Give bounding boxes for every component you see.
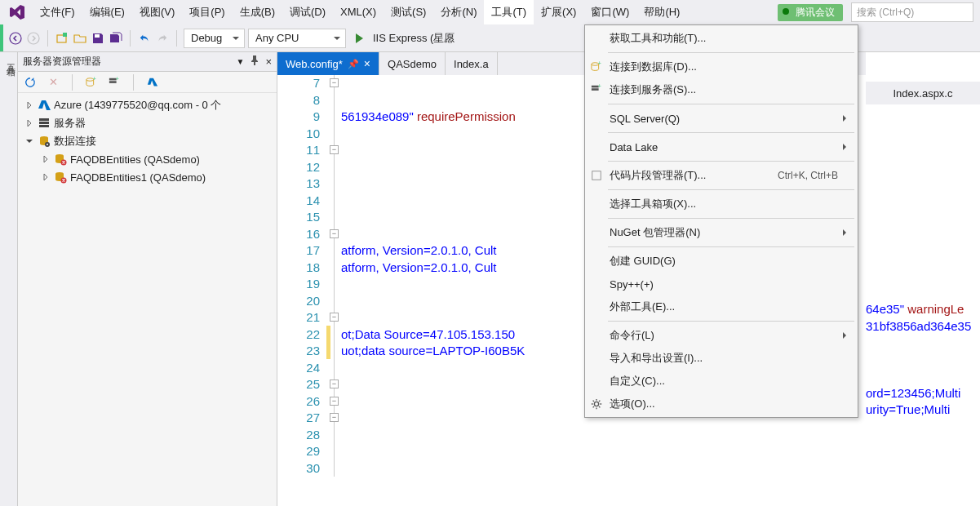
explorer-tree: Azure (1439775520@qq.com - 0 个服务器数据连接FAQ… — [18, 93, 277, 506]
open-icon[interactable] — [73, 31, 87, 46]
fold-icon[interactable]: − — [330, 145, 339, 154]
pin-icon[interactable] — [251, 55, 259, 68]
fold-icon[interactable]: − — [330, 78, 339, 87]
menu-item-9[interactable]: 工具(T) — [484, 0, 534, 24]
refresh-icon[interactable] — [23, 75, 38, 90]
tab-label: Index.a — [454, 58, 489, 70]
panel-dropdown-icon[interactable]: ▼ — [237, 57, 245, 66]
forward-icon[interactable] — [26, 31, 41, 46]
menu-item[interactable]: 外部工具(E)... — [585, 295, 858, 318]
run-label: IIS Express (星愿 — [373, 31, 455, 46]
menu-item-10[interactable]: 扩展(X) — [534, 0, 583, 24]
fold-icon[interactable]: − — [330, 229, 339, 238]
menu-item-1[interactable]: 编辑(E) — [82, 0, 132, 24]
menu-item-5[interactable]: 调试(D) — [282, 0, 333, 24]
menu-label: 代码片段管理器(T)... — [610, 168, 706, 183]
expand-icon[interactable] — [24, 118, 34, 128]
connect-server-icon[interactable]: + — [107, 75, 122, 90]
close-icon[interactable]: × — [364, 58, 370, 69]
svg-point-1 — [28, 33, 39, 44]
menu-item[interactable]: 代码片段管理器(T)...Ctrl+K, Ctrl+B — [585, 164, 858, 187]
expand-icon[interactable] — [24, 136, 34, 146]
menu-item[interactable]: 导入和导出设置(I)... — [585, 347, 858, 370]
fold-icon[interactable]: − — [330, 413, 339, 422]
menu-item[interactable]: 选项(O)... — [585, 393, 858, 415]
menu-item[interactable]: 命令行(L) — [585, 324, 858, 347]
tree-row[interactable]: FAQDBEntities1 (QASdemo) — [18, 168, 277, 186]
right-editor-sliver: Index.aspx.c 64e35" warningLe31bf3856ad3… — [866, 52, 980, 506]
tree-row[interactable]: Azure (1439775520@qq.com - 0 个 — [18, 96, 277, 114]
fold-icon[interactable]: − — [330, 397, 339, 406]
new-project-icon[interactable] — [55, 31, 69, 46]
search-input[interactable]: 搜索 (Ctrl+Q) — [851, 2, 973, 22]
editor-tab[interactable]: Web.config*📌× — [277, 52, 379, 75]
menu-separator — [608, 104, 854, 104]
expand-icon[interactable] — [41, 154, 51, 164]
menu-item-7[interactable]: 测试(S) — [384, 0, 433, 24]
db-err-icon — [54, 153, 67, 166]
menu-label: 连接到数据库(D)... — [610, 60, 697, 74]
menu-item[interactable]: Spy++(+) — [585, 273, 858, 295]
menu-item-6[interactable]: XML(X) — [333, 0, 384, 24]
menu-item-0[interactable]: 文件(F) — [33, 0, 82, 24]
toolbox-rail[interactable]: 工具箱 — [0, 52, 18, 506]
fold-column: −−−−−−− — [328, 75, 341, 506]
stop-icon[interactable]: ✕ — [46, 75, 60, 90]
save-all-icon[interactable] — [109, 31, 123, 46]
svg-rect-3 — [63, 33, 67, 37]
svg-rect-24 — [592, 171, 601, 180]
menu-item[interactable]: 创建 GUID(G) — [585, 250, 858, 273]
fold-icon[interactable]: − — [330, 380, 339, 388]
undo-icon[interactable] — [137, 31, 152, 46]
menu-item-8[interactable]: 分析(N) — [433, 0, 484, 24]
save-icon[interactable] — [91, 31, 105, 46]
expand-icon[interactable] — [41, 172, 51, 182]
tree-label: FAQDBEntities (QASdemo) — [70, 153, 200, 166]
menu-item[interactable]: NuGet 包管理器(N) — [585, 221, 858, 244]
menu-separator — [608, 161, 854, 162]
svg-text:+: + — [116, 77, 119, 82]
menu-item-4[interactable]: 生成(B) — [233, 0, 282, 24]
azure-icon[interactable] — [145, 75, 160, 90]
menu-item[interactable]: 获取工具和功能(T)... — [585, 27, 858, 50]
menu-item[interactable]: 选择工具箱项(X)... — [585, 193, 858, 215]
platform-combo[interactable]: Any CPU — [248, 29, 346, 48]
menu-item[interactable]: +连接到服务器(S)... — [585, 78, 858, 101]
right-tab[interactable]: Index.aspx.c — [866, 82, 980, 104]
shortcut: Ctrl+K, Ctrl+B — [778, 170, 838, 181]
menu-item[interactable]: 自定义(C)... — [585, 370, 858, 393]
meeting-badge[interactable]: 腾讯会议 — [778, 4, 843, 21]
menu-item-2[interactable]: 视图(V) — [132, 0, 182, 24]
menu-item-11[interactable]: 窗口(W) — [583, 0, 636, 24]
menu-label: 选项(O)... — [610, 397, 655, 411]
redo-icon[interactable] — [155, 31, 170, 46]
tree-row[interactable]: 服务器 — [18, 114, 277, 132]
tree-row[interactable]: 数据连接 — [18, 132, 277, 150]
menu-label: 连接到服务器(S)... — [610, 82, 696, 97]
config-combo[interactable]: Debug — [184, 29, 245, 48]
panel-title: 服务器资源管理器 — [23, 55, 101, 69]
svg-rect-12 — [39, 125, 49, 127]
svg-point-0 — [10, 33, 21, 44]
close-icon[interactable]: × — [265, 55, 272, 68]
svg-rect-4 — [95, 34, 100, 38]
vs-logo-icon — [8, 3, 26, 21]
menu-item[interactable]: Data Lake — [585, 135, 858, 158]
back-icon[interactable] — [8, 31, 23, 46]
fold-icon[interactable]: − — [330, 313, 339, 322]
editor-tab[interactable]: QASdemo — [379, 52, 446, 75]
connect-db-icon[interactable]: + — [84, 75, 99, 90]
pin-icon[interactable]: 📌 — [348, 59, 359, 69]
menu-item-3[interactable]: 项目(P) — [182, 0, 232, 24]
run-button[interactable]: IIS Express (星愿 — [349, 31, 461, 46]
editor-tab[interactable]: Index.a — [446, 52, 498, 75]
svg-text:+: + — [93, 77, 96, 82]
menu-item-12[interactable]: 帮助(H) — [636, 0, 687, 24]
menu-item[interactable]: SQL Server(Q) — [585, 107, 858, 130]
tree-row[interactable]: FAQDBEntities (QASdemo) — [18, 150, 277, 168]
expand-icon[interactable] — [24, 100, 34, 110]
menu-item[interactable]: +连接到数据库(D)... — [585, 55, 858, 78]
gear-icon — [590, 397, 603, 411]
menu-label: 选择工具箱项(X)... — [610, 197, 696, 211]
menu-separator — [608, 246, 854, 247]
